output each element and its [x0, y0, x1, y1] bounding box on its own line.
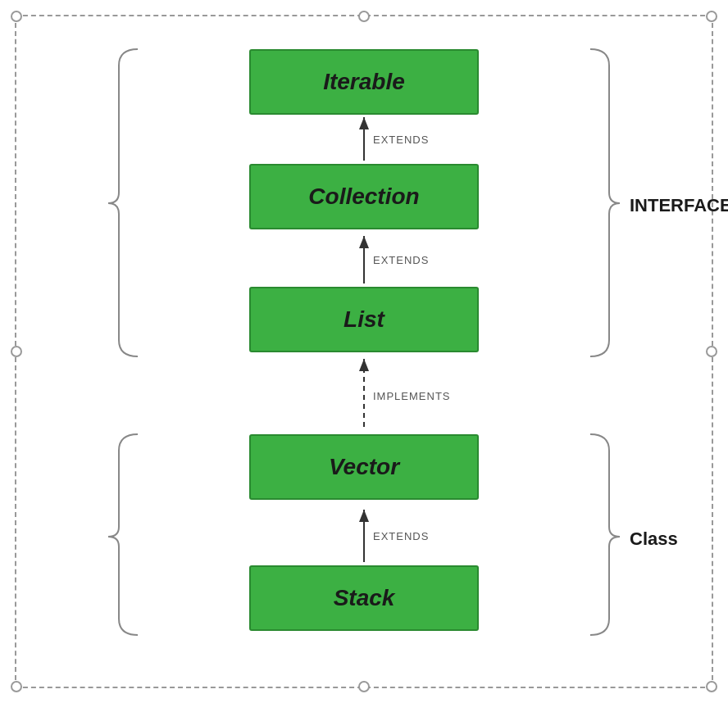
corner-circle-tm — [358, 11, 370, 22]
iterable-label: Iterable — [323, 69, 405, 94]
corner-circle-mr — [706, 346, 717, 357]
vector-label: Vector — [329, 454, 399, 479]
corner-circle-tr — [706, 11, 717, 22]
stack-box: Stack — [249, 565, 479, 631]
corner-circle-bm — [358, 681, 370, 692]
list-label: List — [344, 306, 384, 332]
corner-circle-br — [706, 681, 717, 692]
collection-label: Collection — [308, 184, 419, 209]
list-box: List — [249, 287, 479, 352]
vector-box: Vector — [249, 434, 479, 500]
corner-circle-ml — [11, 346, 22, 357]
collection-box: Collection — [249, 164, 479, 229]
iterable-box: Iterable — [249, 49, 479, 115]
corner-circle-tl — [11, 11, 22, 22]
stack-label: Stack — [334, 585, 395, 610]
corner-circle-bl — [11, 681, 22, 692]
diagram-container: Iterable Collection List Vector Stack EX… — [0, 0, 728, 703]
